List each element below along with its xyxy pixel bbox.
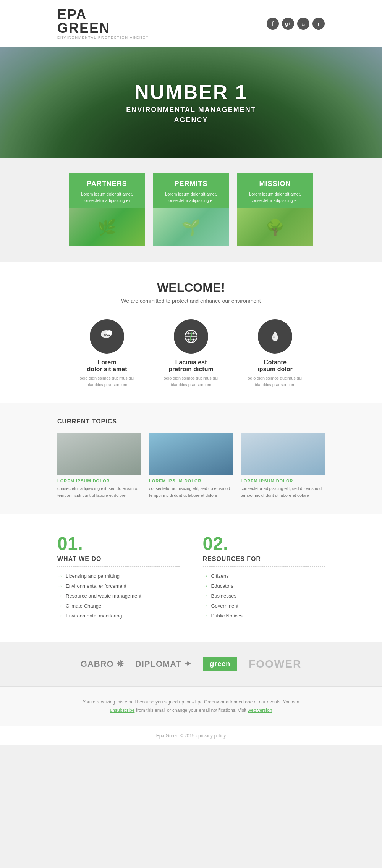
arrow-icon: →: [203, 573, 208, 579]
social-icons: f g+ ⌂ in: [267, 18, 325, 30]
list-item: →Public Notices: [203, 613, 325, 619]
list-item: →Climate Change: [57, 603, 180, 609]
hero-section: NUMBER 1 ENVIRONMENTAL MANAGEMENT AGENCY: [0, 47, 382, 158]
svg-text:CO₂: CO₂: [104, 333, 110, 336]
facebook-icon[interactable]: f: [267, 18, 279, 30]
header: EPA GREEN ENVIRONMENTAL PROTECTION AGENC…: [0, 0, 382, 47]
list-item: →Licensing and permitting: [57, 573, 180, 579]
card-partners-img: 🌿: [69, 208, 145, 246]
list-item: →Citizens: [203, 573, 325, 579]
co2-icon: CO₂: [90, 319, 124, 354]
what-we-do-title: WHAT WE DO: [57, 556, 180, 563]
resources-for-title: RESOURCES FOR: [203, 556, 325, 563]
card-partners-desc: Lorem ipsum dolor sit amet, consectetur …: [73, 191, 141, 204]
topic-card-1: LOREM IPSUM DOLOR consectetur adipisicin…: [57, 433, 141, 499]
arrow-icon: →: [57, 593, 63, 599]
topic-desc-3: consectetur adipisicing elit, sed do eiu…: [241, 485, 325, 499]
list-item: →Educators: [203, 583, 325, 589]
arrow-icon: →: [57, 603, 63, 609]
arrow-icon: →: [203, 593, 208, 599]
footer-notice-text-middle: from this email or change your email not…: [136, 708, 246, 713]
card-permits-header: PERMITS Lorem ipsum dolor sit amet, cons…: [153, 173, 229, 208]
linkedin-icon[interactable]: in: [312, 18, 325, 30]
logo-line2: GREEN: [57, 21, 149, 35]
co2-desc: odio dignissimos ducimus qui blanditiis …: [76, 375, 138, 388]
globe-title: Lacinia estpretroin dictum: [160, 359, 222, 373]
list-item: →Government: [203, 603, 325, 609]
svg-point-8: [273, 336, 275, 338]
welcome-title: WELCOME!: [57, 281, 325, 295]
water-title: Cotanteipsum dolor: [244, 359, 306, 373]
topics-grid: LOREM IPSUM DOLOR consectetur adipisicin…: [57, 433, 325, 499]
col-what-we-do: 01. WHAT WE DO →Licensing and permitting…: [57, 533, 191, 622]
topics-label: CURRENT TOPICS: [57, 418, 325, 425]
card-mission: MISSION Lorem ipsum dolor sit amet, cons…: [237, 173, 313, 246]
water-icon: [258, 319, 292, 354]
topic-link-3[interactable]: LOREM IPSUM DOLOR: [241, 478, 325, 483]
logo: EPA GREEN ENVIRONMENTAL PROTECTION AGENC…: [57, 8, 149, 39]
card-permits-image: 🌱: [153, 208, 229, 246]
topics-section: CURRENT TOPICS LOREM IPSUM DOLOR consect…: [0, 403, 382, 514]
arrow-icon: →: [57, 573, 63, 579]
globe-desc: odio dignissimos ducimus qui blanditiis …: [160, 375, 222, 388]
card-permits-desc: Lorem ipsum dolor sit amet, consectetur …: [157, 191, 225, 204]
arrow-icon: →: [203, 583, 208, 589]
col-resources-for: 02. RESOURCES FOR →Citizens →Educators →…: [191, 533, 325, 622]
partner-foower: FOOWER: [249, 658, 301, 670]
what-we-do-list: →Licensing and permitting →Environmental…: [57, 573, 180, 619]
footer-notice-text-before: You're receiving this email because you …: [83, 699, 299, 705]
cards-section: PARTNERS Lorem ipsum dolor sit amet, con…: [0, 158, 382, 262]
list-item: →Resource and waste management: [57, 593, 180, 599]
card-partners: PARTNERS Lorem ipsum dolor sit amet, con…: [69, 173, 145, 246]
co2-title: Loremdolor sit amet: [76, 359, 138, 373]
hero-title: NUMBER 1: [126, 81, 256, 103]
card-mission-header: MISSION Lorem ipsum dolor sit amet, cons…: [237, 173, 313, 208]
topic-desc-2: consectetur adipisicing elit, sed do eiu…: [149, 485, 233, 499]
arrow-icon: →: [203, 603, 208, 609]
footer-bottom: Epa Green © 2015 · privacy policy: [0, 726, 382, 745]
list-item: →Businesses: [203, 593, 325, 599]
card-permits-img: 🌱: [153, 208, 229, 246]
partner-gabro: GABRO ❊: [81, 659, 124, 669]
globe-icon: [174, 319, 208, 354]
what-we-do-number: 01.: [57, 533, 180, 554]
topic-link-2[interactable]: LOREM IPSUM DOLOR: [149, 478, 233, 483]
arrow-icon: →: [57, 583, 63, 589]
resources-for-list: →Citizens →Educators →Businesses →Govern…: [203, 573, 325, 619]
partner-diplomat: DIPLOMAT ✦: [135, 659, 191, 669]
google-plus-icon[interactable]: g+: [282, 18, 294, 30]
list-item: →Environmental monitoring: [57, 613, 180, 619]
card-partners-header: PARTNERS Lorem ipsum dolor sit amet, con…: [69, 173, 145, 208]
footer-bottom-text: Epa Green © 2015 · privacy policy: [156, 733, 226, 739]
footer-notice: You're receiving this email because you …: [0, 686, 382, 726]
unsubscribe-link[interactable]: unsubscribe: [110, 708, 135, 713]
card-mission-image: 🌳: [237, 208, 313, 246]
resources-for-divider: [203, 566, 325, 567]
welcome-icon-water: Cotanteipsum dolor odio dignissimos duci…: [244, 319, 306, 388]
rss-icon[interactable]: ⌂: [297, 18, 309, 30]
welcome-icons-row: CO₂ Loremdolor sit amet odio dignissimos…: [57, 319, 325, 388]
topic-image-1: [57, 433, 141, 475]
hero-subtitle-line1: ENVIRONMENTAL MANAGEMENT: [126, 106, 256, 114]
partner-green: green: [203, 657, 237, 671]
card-permits-title: PERMITS: [157, 180, 225, 188]
topic-card-2: LOREM IPSUM DOLOR consectetur adipisicin…: [149, 433, 233, 499]
topic-card-3: LOREM IPSUM DOLOR consectetur adipisicin…: [241, 433, 325, 499]
card-mission-title: MISSION: [241, 180, 309, 188]
web-version-link[interactable]: web version: [248, 708, 272, 713]
partners-logos-section: GABRO ❊ DIPLOMAT ✦ green FOOWER: [0, 642, 382, 686]
welcome-icon-co2: CO₂ Loremdolor sit amet odio dignissimos…: [76, 319, 138, 388]
logo-sub: ENVIRONMENTAL PROTECTION AGENCY: [57, 36, 149, 39]
welcome-icon-globe: Lacinia estpretroin dictum odio dignissi…: [160, 319, 222, 388]
resources-for-number: 02.: [203, 533, 325, 554]
topic-image-3: [241, 433, 325, 475]
welcome-subtitle: We are committed to protect and enhance …: [57, 298, 325, 304]
card-mission-img: 🌳: [237, 208, 313, 246]
hero-content: NUMBER 1 ENVIRONMENTAL MANAGEMENT AGENCY: [126, 81, 256, 124]
hero-subtitle-line2: AGENCY: [126, 116, 256, 124]
card-permits: PERMITS Lorem ipsum dolor sit amet, cons…: [153, 173, 229, 246]
card-partners-image: 🌿: [69, 208, 145, 246]
water-desc: odio dignissimos ducimus qui blanditiis …: [244, 375, 306, 388]
card-partners-title: PARTNERS: [73, 180, 141, 188]
topic-link-1[interactable]: LOREM IPSUM DOLOR: [57, 478, 141, 483]
